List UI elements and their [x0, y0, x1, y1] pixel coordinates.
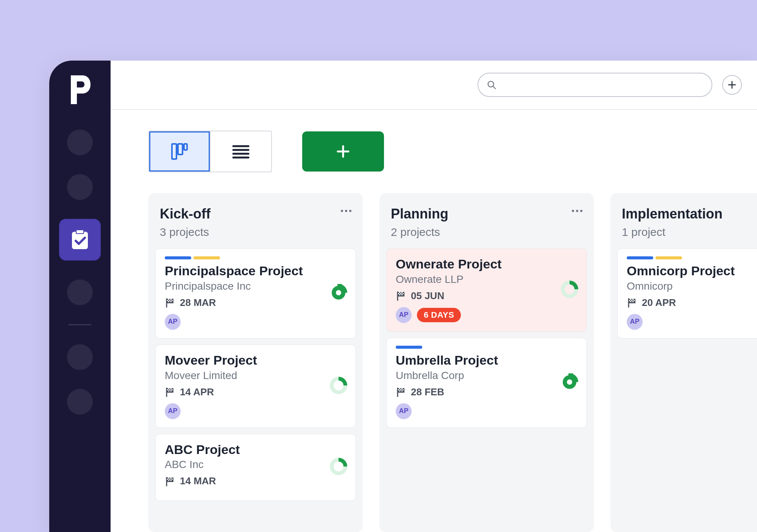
- avatar[interactable]: AP: [165, 314, 181, 330]
- card-footer: AP: [165, 403, 347, 419]
- column-header: Implementation1 project: [616, 198, 757, 248]
- svg-rect-67: [401, 390, 403, 392]
- search-input[interactable]: [502, 80, 703, 90]
- avatar[interactable]: AP: [627, 314, 643, 330]
- card-date-text: 05 JUN: [411, 290, 444, 302]
- avatar[interactable]: AP: [396, 307, 412, 323]
- svg-rect-54: [400, 293, 401, 294]
- svg-rect-20: [170, 299, 172, 300]
- card-label: [396, 346, 422, 349]
- column-title: Planning: [391, 206, 448, 222]
- project-card[interactable]: Moveer ProjectMoveer Limited14 APRAP: [155, 345, 356, 428]
- board-column: Kick-off3 projectsPrincipalspace Project…: [148, 193, 363, 532]
- card-footer: AP: [165, 314, 347, 330]
- card-date: 05 JUN: [396, 290, 578, 302]
- project-card[interactable]: Omnicorp ProjectOmnicorp20 APRAP: [617, 248, 757, 339]
- card-title: Umbrella Project: [396, 353, 578, 368]
- card-footer: AP: [396, 403, 578, 419]
- project-card[interactable]: Ownerate ProjectOwnerate LLP05 JUNAP6 DA…: [386, 248, 587, 332]
- column-title: Implementation: [622, 206, 723, 222]
- svg-rect-9: [178, 144, 183, 154]
- card-labels: [396, 346, 578, 349]
- card-label: [656, 256, 682, 259]
- svg-rect-74: [632, 299, 634, 300]
- clipboard-check-icon: [70, 229, 90, 251]
- card-date-text: 14 APR: [180, 386, 214, 398]
- view-list-button[interactable]: [211, 131, 271, 172]
- svg-rect-37: [170, 390, 172, 392]
- board: Kick-off3 projectsPrincipalspace Project…: [111, 193, 757, 532]
- project-card[interactable]: Umbrella ProjectUmbrella Corp28 FEBAP: [386, 338, 587, 428]
- svg-rect-0: [72, 232, 88, 249]
- topbar: [111, 61, 757, 110]
- card-date: 20 APR: [627, 297, 757, 309]
- add-project-button[interactable]: [302, 131, 384, 172]
- svg-rect-45: [172, 479, 173, 480]
- plus-icon: [728, 81, 736, 89]
- column-menu-button[interactable]: [341, 206, 351, 212]
- card-title: ABC Project: [165, 442, 347, 457]
- nav-item-placeholder[interactable]: [67, 174, 93, 200]
- nav-item-projects[interactable]: [59, 219, 101, 261]
- svg-rect-62: [401, 388, 403, 389]
- svg-rect-23: [172, 300, 173, 301]
- card-company: Umbrella Corp: [396, 370, 578, 382]
- card-date: 14 APR: [165, 386, 347, 398]
- card-date: 28 MAR: [165, 297, 347, 309]
- svg-rect-66: [399, 390, 400, 392]
- project-card[interactable]: ABC ProjectABC Inc14 MAR: [155, 434, 356, 501]
- card-title: Omnicorp Project: [627, 263, 757, 279]
- project-card[interactable]: Principalspace ProjectPrincipalspace Inc…: [155, 248, 356, 339]
- svg-rect-3: [76, 230, 83, 233]
- svg-rect-8: [172, 144, 176, 159]
- plus-icon: [336, 144, 351, 159]
- svg-rect-42: [170, 477, 172, 479]
- svg-rect-34: [169, 389, 170, 390]
- toolbar: [111, 110, 757, 193]
- progress-donut-icon: [330, 377, 347, 394]
- column-title: Kick-off: [160, 206, 211, 222]
- nav-item-placeholder[interactable]: [67, 129, 93, 155]
- svg-point-28: [336, 290, 341, 295]
- card-label: [165, 256, 191, 259]
- svg-rect-25: [170, 301, 172, 302]
- svg-rect-44: [169, 479, 170, 480]
- flag-icon: [627, 297, 637, 308]
- svg-rect-10: [184, 144, 187, 150]
- board-column: Implementation1 projectOmnicorp ProjectO…: [610, 193, 757, 532]
- svg-rect-78: [630, 301, 631, 302]
- app-logo[interactable]: [67, 73, 93, 107]
- topbar-add-button[interactable]: [722, 75, 742, 95]
- svg-line-5: [493, 86, 496, 89]
- progress-donut-icon: [561, 281, 578, 298]
- svg-rect-55: [403, 293, 404, 294]
- nav-item-placeholder[interactable]: [67, 344, 93, 370]
- board-column: Planning2 projectsOwnerate ProjectOwnera…: [379, 193, 594, 532]
- view-board-button[interactable]: [149, 131, 210, 172]
- card-date: 14 MAR: [165, 475, 347, 487]
- svg-rect-63: [398, 389, 399, 390]
- avatar[interactable]: AP: [165, 403, 181, 419]
- card-company: Principalspace Inc: [165, 280, 347, 292]
- card-date-text: 14 MAR: [180, 475, 216, 487]
- nav-item-placeholder[interactable]: [67, 389, 93, 415]
- progress-indicator: [330, 458, 347, 477]
- svg-rect-73: [630, 299, 631, 300]
- svg-rect-24: [168, 301, 169, 302]
- search-field[interactable]: [478, 73, 712, 97]
- svg-rect-61: [399, 388, 400, 389]
- avatar[interactable]: AP: [396, 403, 412, 419]
- card-date-text: 28 MAR: [180, 297, 216, 309]
- progress-indicator: [561, 373, 578, 392]
- column-menu-button[interactable]: [572, 206, 582, 212]
- card-title: Ownerate Project: [396, 256, 578, 272]
- svg-rect-51: [399, 292, 400, 293]
- column-header: Planning2 projects: [385, 198, 588, 248]
- progress-donut-icon: [330, 458, 347, 475]
- svg-rect-31: [168, 388, 169, 389]
- card-title: Principalspace Project: [165, 263, 347, 279]
- svg-rect-33: [167, 389, 168, 390]
- nav-item-placeholder[interactable]: [67, 279, 93, 305]
- svg-rect-43: [167, 479, 168, 480]
- flag-icon: [396, 387, 406, 397]
